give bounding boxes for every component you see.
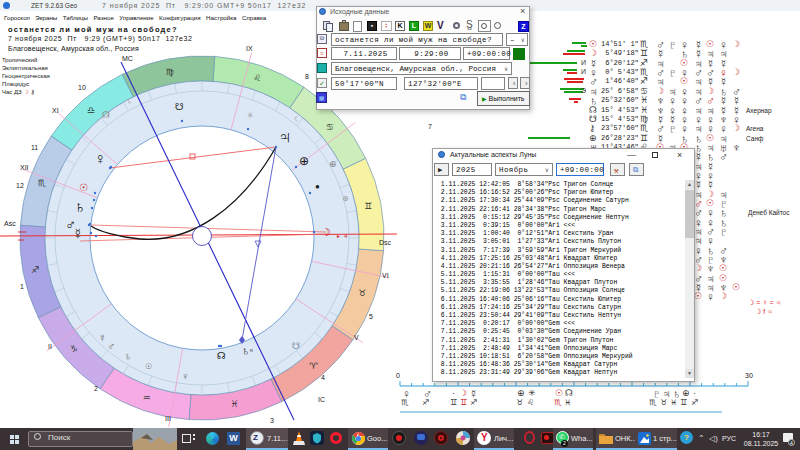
svg-text:♋︎: ♋︎: [326, 122, 334, 132]
svg-text:♍︎: ♍︎: [166, 67, 174, 77]
svg-text:♈︎: ♈︎: [309, 361, 318, 371]
svg-text:♑︎: ♑︎: [70, 344, 78, 354]
svg-text:♊︎: ♊︎: [364, 201, 372, 211]
svg-text:♉︎: ♉︎: [358, 288, 366, 298]
svg-text:♎︎: ♎︎: [87, 105, 95, 115]
svg-text:♏︎: ♏︎: [38, 178, 46, 188]
svg-text:▸: ▸: [337, 233, 340, 239]
svg-text:♐︎: ♐︎: [32, 265, 40, 275]
svg-text:♌︎: ♌︎: [253, 73, 261, 83]
